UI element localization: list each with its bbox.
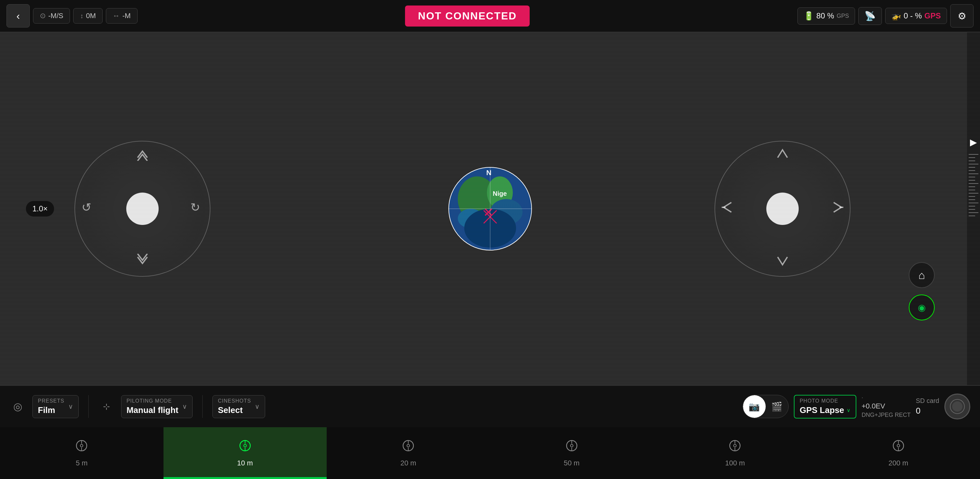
- distance-pill: ↔ -M: [106, 8, 138, 24]
- ruler-tick: [969, 193, 978, 194]
- presets-icon: ◎: [10, 398, 26, 415]
- svg-point-42: [897, 444, 900, 447]
- back-button[interactable]: ‹: [6, 4, 30, 27]
- ruler-tick: [969, 209, 975, 210]
- nav-icon-50m: [565, 439, 578, 455]
- left-joystick-right-arrow: ↻: [190, 201, 203, 217]
- left-joystick-up-arrow: [134, 148, 151, 164]
- presets-chevron: ∨: [68, 403, 73, 411]
- svg-point-34: [570, 444, 573, 447]
- wifi-icon: 📡: [864, 11, 876, 21]
- presets-label: PRESETS: [38, 398, 64, 404]
- cineshots-dropdown[interactable]: CINESHOTS Select ∨: [212, 395, 265, 418]
- ev-label: ·: [862, 395, 911, 401]
- nav-label-100m: 100 m: [725, 459, 745, 467]
- sd-card-value: 0: [916, 406, 939, 416]
- content-area: 1.0×: [0, 32, 980, 385]
- nav-item-10m[interactable]: 10 m: [164, 427, 327, 479]
- target-button[interactable]: ◉: [909, 294, 935, 320]
- ruler-tick: [969, 186, 975, 187]
- distance-value: -M: [123, 12, 131, 20]
- nav-label-10m: 10 m: [237, 459, 253, 467]
- left-joystick[interactable]: ↺ ↻: [75, 141, 210, 277]
- nav-icon-100m: [729, 439, 741, 455]
- altitude-value: 0M: [86, 12, 96, 20]
- ruler-tick: [969, 164, 978, 164]
- ruler-tick: [969, 161, 975, 161]
- ruler-tick: [969, 212, 978, 213]
- connection-status-text: NOT CONNECTED: [418, 10, 517, 22]
- sd-card-label: SD card: [916, 397, 939, 404]
- ruler-tick: [969, 180, 975, 181]
- camera-toggle[interactable]: 📷 🎬: [743, 395, 789, 418]
- nav-item-5m[interactable]: 5 m: [0, 427, 164, 479]
- battery-percent: 80 %: [816, 11, 834, 21]
- photo-mode-dropdown[interactable]: PHOTO MODE GPS Lapse ∨: [794, 395, 856, 419]
- battery-status: 🔋 80 % GPS: [797, 8, 855, 25]
- target-icon: ◉: [918, 302, 926, 313]
- nav-label-200m: 200 m: [888, 459, 908, 467]
- ruler-tick: [969, 199, 975, 200]
- battery-gps-label: GPS: [837, 13, 849, 19]
- nav-label-5m: 5 m: [76, 459, 88, 467]
- distance-icon: ↔: [113, 12, 120, 20]
- left-joystick-down-arrow: [134, 254, 151, 270]
- nav-item-200m[interactable]: 200 m: [817, 427, 980, 479]
- nav-label-50m: 50 m: [564, 459, 579, 467]
- svg-text:✕: ✕: [483, 205, 494, 220]
- photo-mode-btn[interactable]: 📷: [743, 395, 766, 418]
- photo-mode-group: PHOTO MODE GPS Lapse ∨: [800, 398, 851, 415]
- top-bar: ‹ ⊙ -M/S ↕ 0M ↔ -M NOT CONNECTED 🔋: [0, 0, 980, 32]
- nav-item-20m[interactable]: 20 m: [327, 427, 490, 479]
- right-joystick-right-arrow: [832, 201, 843, 217]
- nav-item-100m[interactable]: 100 m: [653, 427, 817, 479]
- presets-dropdown[interactable]: PRESETS Film ∨: [32, 395, 79, 418]
- gps-red-label: GPS: [924, 11, 941, 21]
- cineshots-label: CINESHOTS: [218, 398, 251, 404]
- photo-mode-chevron: ∨: [846, 407, 851, 413]
- right-joystick-left-arrow: [722, 201, 733, 217]
- presets-group: PRESETS Film: [38, 398, 64, 415]
- altitude-icon: ↕: [80, 12, 83, 20]
- right-joystick[interactable]: [714, 141, 851, 277]
- ruler-tick: [969, 196, 975, 197]
- home-button[interactable]: ⌂: [909, 262, 935, 288]
- svg-text:N: N: [486, 169, 492, 177]
- svg-text:↺: ↺: [81, 201, 91, 214]
- svg-text:Nige: Nige: [493, 190, 507, 197]
- battery-icon: 🔋: [803, 11, 814, 21]
- right-joystick-center: [766, 193, 799, 225]
- zoom-indicator: 1.0×: [26, 201, 54, 216]
- photo-mode-label: PHOTO MODE: [800, 398, 851, 404]
- piloting-group: PILOTING MODE Manual flight: [127, 398, 178, 415]
- ruler-tick: [969, 173, 978, 174]
- settings-button[interactable]: ⚙: [950, 4, 974, 27]
- left-joystick-left-arrow: ↺: [81, 201, 94, 217]
- signal-status: 📡: [858, 7, 882, 25]
- drone-percent: 0 - %: [904, 11, 922, 21]
- speed-icon: ⊙: [40, 12, 46, 20]
- svg-point-22: [80, 444, 83, 447]
- piloting-dropdown[interactable]: PILOTING MODE Manual flight ∨: [121, 395, 192, 418]
- ruler-ticks: [969, 154, 978, 216]
- bottom-nav: 5 m 10 m: [0, 427, 980, 479]
- nav-item-50m[interactable]: 50 m: [490, 427, 654, 479]
- right-joystick-down-arrow: [776, 255, 789, 270]
- shutter-button[interactable]: [944, 393, 970, 419]
- ruler-tick: [969, 216, 975, 216]
- back-icon: ‹: [16, 10, 20, 22]
- video-mode-btn[interactable]: 🎬: [766, 395, 788, 418]
- bottom-controls: ◎ PRESETS Film ∨ ⊹ PILOTING MODE Manual …: [0, 385, 980, 427]
- nav-icon-200m: [892, 439, 905, 455]
- format-value: DNG+JPEG RECT: [862, 412, 911, 419]
- piloting-icon: ⊹: [99, 398, 115, 415]
- svg-point-26: [244, 444, 247, 447]
- nav-icon-10m: [239, 439, 251, 455]
- ruler-tick: [969, 170, 975, 171]
- ruler-arrow: ▶: [970, 137, 977, 148]
- right-joystick-up-arrow: [776, 148, 789, 162]
- home-icon: ⌂: [918, 269, 925, 282]
- separator-1: [88, 395, 89, 418]
- ruler-tick: [969, 177, 975, 177]
- nav-icon-5m: [75, 439, 88, 455]
